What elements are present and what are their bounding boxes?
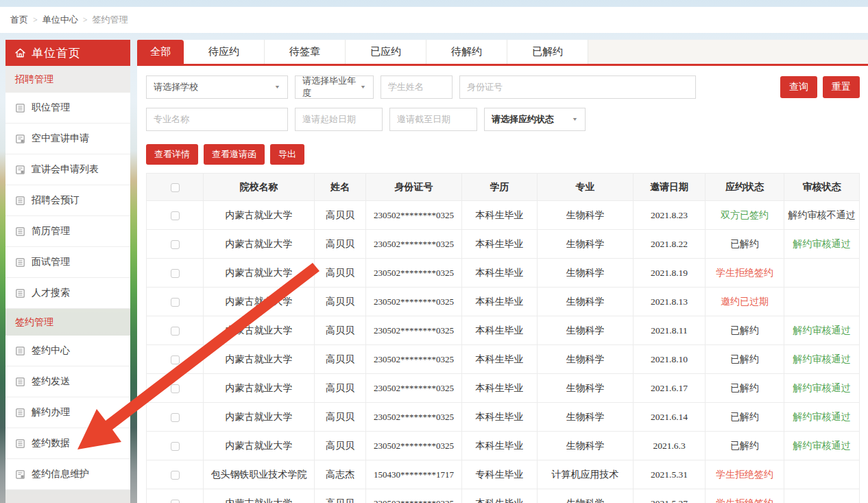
invite-date-cell: 2021.8.10 [634, 345, 706, 374]
row-checkbox[interactable] [171, 355, 180, 364]
id-number-cell: 230502********0325 [366, 230, 462, 259]
tab-bar: 全部待应约待签章已应约待解约已解约 [137, 40, 868, 66]
row-checkbox[interactable] [171, 442, 180, 451]
row-checkbox[interactable] [171, 471, 180, 480]
sidebar-item[interactable]: 宣讲会申请列表 [5, 154, 130, 185]
sidebar-home-header[interactable]: 单位首页 [5, 40, 130, 66]
doc-lines-icon [15, 196, 25, 206]
name-cell: 高贝贝 [315, 345, 366, 374]
sidebar-item[interactable]: 简历管理 [5, 216, 130, 247]
sidebar-item-label: 空中宣讲申请 [32, 132, 89, 145]
response-status-select[interactable]: 请选择应约状态 ▼ [484, 108, 586, 131]
degree-cell: 本科生毕业 [462, 345, 538, 374]
degree-cell: 本科生毕业 [462, 259, 538, 288]
doc-edit-icon [15, 469, 25, 480]
row-checkbox[interactable] [171, 240, 180, 249]
row-checkbox[interactable] [171, 500, 180, 503]
review-status-cell: 解约审核通过 [784, 230, 860, 259]
table-column-header: 姓名 [315, 174, 366, 201]
id-number-cell: 230502********0325 [366, 374, 462, 403]
invite-date-cell: 2021.5.31 [634, 460, 706, 489]
degree-cell: 本科生毕业 [462, 432, 538, 460]
review-status-cell: 解约审核通过 [784, 374, 860, 403]
tab-item[interactable]: 待解约 [426, 40, 507, 64]
sidebar-item[interactable]: 签约信息维护 [5, 459, 130, 490]
invite-end-date-input[interactable] [389, 108, 477, 131]
sidebar-item[interactable]: 解约办理 [5, 397, 130, 428]
name-cell: 高贝贝 [315, 432, 366, 460]
tab-item[interactable]: 待应约 [184, 40, 265, 64]
sidebar-item-label: 解约办理 [32, 406, 70, 419]
tab-item[interactable]: 全部 [137, 40, 184, 64]
table-row: 内蒙古就业大学高贝贝230502********0325本科生毕业生物科学202… [147, 201, 860, 230]
row-checkbox[interactable] [171, 384, 180, 393]
id-number-cell: 230502********0325 [366, 259, 462, 288]
table-column-header: 学历 [462, 174, 538, 201]
name-cell: 高贝贝 [315, 316, 366, 345]
response-status-cell: 学生拒绝签约 [706, 460, 784, 489]
row-checkbox-cell [147, 403, 204, 432]
school-cell: 内蒙古就业大学 [204, 201, 315, 230]
caret-down-icon: ▼ [572, 117, 578, 122]
breadcrumb-item[interactable]: 首页 [10, 14, 28, 26]
major-cell: 生物科学 [538, 230, 634, 259]
name-cell: 高贝贝 [315, 374, 366, 403]
doc-lines-icon [15, 408, 25, 418]
sidebar-item-label: 宣讲会申请列表 [32, 163, 99, 176]
table-column-header: 应约状态 [706, 174, 784, 201]
sidebar-item[interactable]: 签约中心 [5, 336, 130, 366]
doc-edit-icon [15, 165, 25, 175]
row-checkbox[interactable] [171, 298, 180, 307]
invite-date-cell: 2021.8.22 [634, 230, 706, 259]
sidebar-item[interactable]: 签约数据 [5, 428, 130, 459]
id-number-input[interactable] [459, 75, 696, 99]
select-all-checkbox[interactable] [171, 183, 180, 192]
table-row: 内蒙古就业大学高贝贝230502********0325本科生毕业生物科学202… [147, 230, 860, 259]
view-detail-button[interactable]: 查看详情 [146, 144, 198, 165]
row-checkbox-cell [147, 460, 204, 489]
sidebar-item[interactable]: 签约发送 [5, 366, 130, 397]
search-button[interactable]: 查询 [780, 76, 817, 98]
tab-item[interactable]: 已应约 [346, 40, 426, 64]
sidebar-item[interactable]: 空中宣讲申请 [5, 124, 130, 154]
school-cell: 内蒙古就业大学 [204, 259, 315, 288]
sidebar-item[interactable]: 面试管理 [5, 247, 130, 278]
doc-lines-icon [15, 288, 25, 299]
export-button[interactable]: 导出 [270, 144, 304, 165]
tab-item[interactable]: 已解约 [507, 40, 588, 64]
sidebar-section-label: 签约管理 [5, 309, 130, 336]
breadcrumb-item[interactable]: 单位中心 [43, 14, 78, 26]
tab-item[interactable]: 待签章 [265, 40, 346, 64]
degree-cell: 本科生毕业 [462, 288, 538, 316]
major-cell: 生物科学 [538, 489, 634, 503]
invite-date-cell: 2021.6.14 [634, 403, 706, 432]
sidebar-item[interactable]: 招聘会预订 [5, 185, 130, 216]
major-name-input[interactable] [146, 108, 288, 131]
school-cell: 内蒙古就业大学 [204, 403, 315, 432]
sidebar-item-label: 签约发送 [32, 375, 70, 388]
invite-start-date-input[interactable] [295, 108, 383, 131]
major-cell: 计算机应用技术 [538, 460, 634, 489]
review-status-cell: 解约审核不通过 [784, 201, 860, 230]
sidebar-item[interactable]: 职位管理 [5, 93, 130, 124]
id-number-cell: 230502********0325 [366, 288, 462, 316]
row-checkbox[interactable] [171, 413, 180, 422]
school-select[interactable]: 请选择学校 ▼ [146, 75, 288, 99]
view-invitation-button[interactable]: 查看邀请函 [204, 144, 265, 165]
review-status-cell: 解约审核通过 [784, 403, 860, 432]
school-cell: 内蒙古就业大学 [204, 230, 315, 259]
major-cell: 生物科学 [538, 403, 634, 432]
row-checkbox[interactable] [171, 211, 180, 220]
school-cell: 内蒙古就业大学 [204, 489, 315, 503]
student-name-input[interactable] [381, 75, 453, 99]
row-checkbox-cell [147, 230, 204, 259]
sidebar-item-label: 面试管理 [32, 256, 70, 268]
reset-button[interactable]: 重置 [823, 76, 860, 98]
table-header-row: 院校名称姓名身份证号学历专业邀请日期应约状态审核状态 [147, 174, 860, 201]
sidebar-item-label: 简历管理 [32, 225, 70, 237]
filter-row-2: 请选择应约状态 ▼ [146, 108, 860, 131]
row-checkbox[interactable] [171, 269, 180, 278]
grad-year-select[interactable]: 请选择毕业年度 ▼ [295, 75, 374, 99]
sidebar-item[interactable]: 人才搜索 [5, 278, 130, 309]
row-checkbox[interactable] [171, 327, 180, 336]
